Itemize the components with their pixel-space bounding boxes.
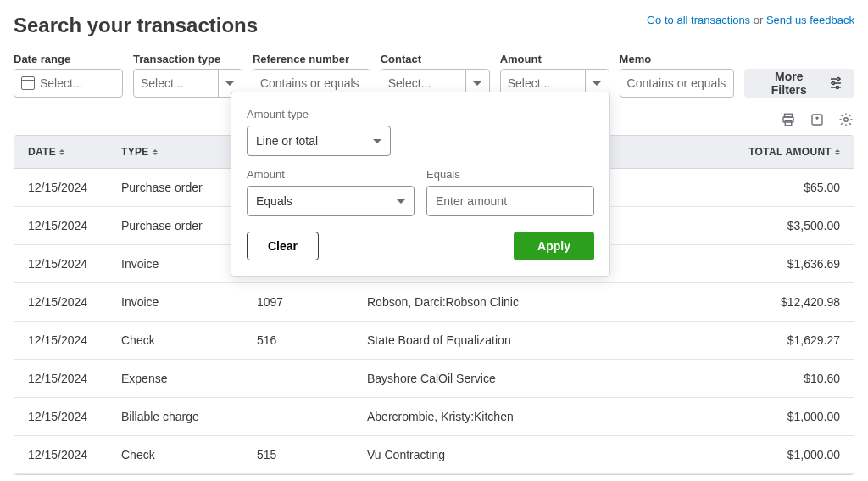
col-header-date[interactable]: DATE [14, 136, 108, 169]
sort-icon [153, 149, 158, 155]
amount-filter-popover: Amount type Line or total Amount Equals … [231, 92, 610, 277]
top-links-sep: or [750, 14, 766, 26]
amount-type-select[interactable]: Line or total [247, 126, 391, 156]
cell-total: $1,000.00 [735, 436, 854, 474]
cell-type: Check [108, 322, 243, 360]
cell-no: 516 [243, 322, 353, 360]
reference-number-field[interactable] [260, 76, 363, 90]
amount-type-value: Line or total [256, 134, 318, 148]
svg-point-10 [844, 118, 849, 122]
more-filters-button[interactable]: More Filters [744, 69, 855, 98]
page-title: Search your transactions [14, 14, 258, 37]
chevron-down-icon [397, 199, 405, 204]
table-row[interactable]: 12/15/2024Check515Vu Contracting$1,000.0… [14, 436, 854, 474]
calendar-icon [21, 76, 35, 90]
cell-type: Invoice [108, 245, 243, 283]
amount-value-field[interactable] [436, 194, 585, 208]
link-send-feedback[interactable]: Send us feedback [766, 14, 854, 26]
link-all-transactions[interactable]: Go to all transactions [647, 14, 750, 26]
filter-label-date-range: Date range [14, 53, 123, 65]
sliders-icon [829, 76, 843, 90]
cell-total: $1,629.27 [735, 322, 854, 360]
cell-type: Check [108, 436, 243, 474]
cell-date: 12/15/2024 [14, 207, 108, 245]
cell-date: 12/15/2024 [14, 360, 108, 398]
print-icon[interactable] [780, 111, 797, 128]
chevron-down-icon [373, 139, 381, 143]
cell-no [243, 398, 353, 436]
amount-operator-value: Equals [256, 194, 292, 208]
cell-date: 12/15/2024 [14, 322, 108, 360]
table-row[interactable]: 12/15/2024Invoice1097Robson, Darci:Robso… [14, 283, 854, 322]
popover-label-amount: Amount [247, 168, 415, 181]
export-icon[interactable] [809, 111, 826, 128]
cell-no [243, 360, 353, 398]
filter-label-amount: Amount [500, 53, 609, 65]
cell-type: Billable charge [108, 398, 243, 436]
cell-contact: State Board of Equalization [353, 322, 735, 360]
cell-date: 12/15/2024 [14, 283, 108, 322]
more-filters-label: More Filters [756, 70, 823, 97]
table-row[interactable]: 12/15/2024ExpenseBayshore CalOil Service… [14, 360, 854, 398]
filter-label-transaction-type: Transaction type [133, 53, 242, 65]
cell-no: 515 [243, 436, 353, 474]
top-links: Go to all transactions or Send us feedba… [647, 14, 854, 26]
amount-value-input[interactable] [426, 186, 594, 216]
cell-total: $10.60 [735, 360, 854, 398]
memo-input[interactable] [620, 69, 734, 98]
cell-contact: Abercrombie, Kristy:Kitchen [353, 398, 735, 436]
cell-type: Purchase order [108, 169, 243, 207]
svg-point-3 [832, 82, 835, 85]
cell-contact: Robson, Darci:Robson Clinic [353, 283, 735, 322]
cell-total: $1,000.00 [735, 398, 854, 436]
filter-label-reference: Reference number [253, 53, 370, 65]
date-range-select[interactable]: Select... [14, 69, 123, 98]
amount-placeholder: Select... [508, 76, 551, 90]
table-row[interactable]: 12/15/2024Billable chargeAbercrombie, Kr… [14, 398, 854, 436]
sort-icon [835, 149, 840, 155]
cell-type: Purchase order [108, 207, 243, 245]
transaction-type-placeholder: Select... [141, 76, 184, 90]
cell-date: 12/15/2024 [14, 398, 108, 436]
cell-contact: Bayshore CalOil Service [353, 360, 735, 398]
filter-label-contact: Contact [381, 53, 490, 65]
cell-type: Expense [108, 360, 243, 398]
svg-rect-8 [785, 121, 792, 126]
cell-date: 12/15/2024 [14, 245, 108, 283]
col-header-total[interactable]: TOTAL AMOUNT [735, 136, 854, 169]
cell-date: 12/15/2024 [14, 169, 108, 207]
cell-total: $3,500.00 [735, 207, 854, 245]
cell-no: 1097 [243, 283, 353, 322]
svg-point-5 [837, 86, 839, 88]
date-range-placeholder: Select... [40, 76, 83, 90]
cell-total: $1,636.69 [735, 245, 854, 283]
contact-placeholder: Select... [388, 76, 431, 90]
popover-label-amount-type: Amount type [247, 108, 594, 120]
cell-date: 12/15/2024 [14, 436, 108, 474]
transaction-type-select[interactable]: Select... [133, 69, 242, 98]
cell-contact: Vu Contracting [353, 436, 735, 474]
cell-total: $65.00 [735, 169, 854, 207]
memo-field[interactable] [627, 76, 726, 90]
sort-icon [59, 149, 64, 155]
clear-button[interactable]: Clear [247, 232, 319, 260]
table-row[interactable]: 12/15/2024Check516State Board of Equaliz… [14, 322, 854, 360]
popover-label-equals: Equals [426, 168, 594, 181]
col-header-type[interactable]: TYPE [108, 136, 243, 169]
gear-icon[interactable] [837, 111, 854, 128]
cell-type: Invoice [108, 283, 243, 322]
apply-button[interactable]: Apply [514, 232, 594, 260]
filter-label-memo: Memo [620, 53, 734, 65]
amount-operator-select[interactable]: Equals [247, 186, 415, 216]
cell-total: $12,420.98 [735, 283, 854, 322]
svg-point-1 [837, 78, 840, 81]
